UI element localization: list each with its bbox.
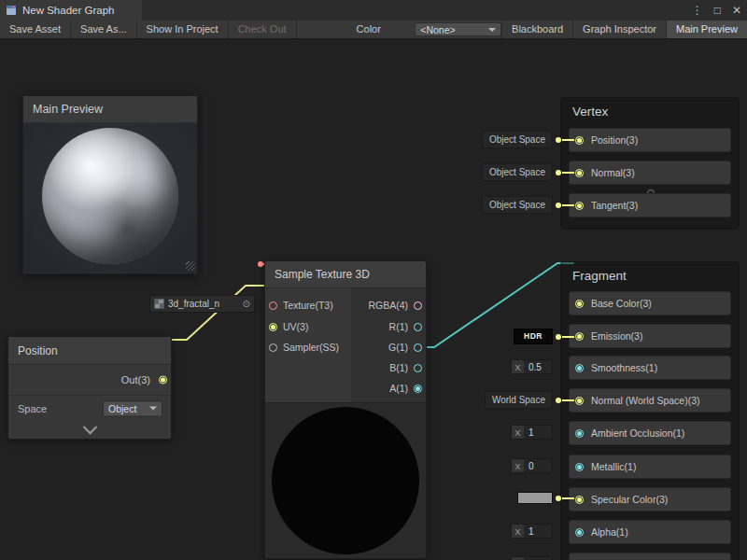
port-g-output[interactable] <box>414 343 422 352</box>
wire-position-out-to-uv[interactable] <box>162 286 272 340</box>
port-position-out[interactable] <box>159 376 167 385</box>
metallic-label: Metallic(1) <box>591 461 636 472</box>
normal-space-dropdown[interactable]: World Space <box>485 391 553 409</box>
vertex-context-title: Vertex <box>572 105 608 119</box>
fragment-block-ambient-occlusion[interactable]: Ambient Occlusion(1) <box>569 421 731 445</box>
smoothness-x-field[interactable]: X 0.5 <box>511 359 553 374</box>
main-preview-viewport[interactable] <box>23 123 197 273</box>
specular-color-swatch[interactable] <box>517 492 553 504</box>
port-texture-input[interactable] <box>269 301 277 310</box>
fragment-block-emission[interactable]: Emission(3) <box>569 324 731 348</box>
color-mode-dropdown[interactable]: <None> <box>415 22 501 36</box>
port-emission[interactable] <box>575 332 584 341</box>
space-value: Object <box>108 403 146 414</box>
rgba-output-label: RGBA(4) <box>368 300 408 311</box>
color-mode-label: Color Mode <box>349 21 416 38</box>
port-metallic[interactable] <box>575 463 584 471</box>
ambient-occlusion-x-field[interactable]: X 1 <box>511 425 553 440</box>
port-vertex-position[interactable] <box>575 136 584 145</box>
x-component-label: X <box>512 426 524 439</box>
alpha-label: Alpha(1) <box>591 526 628 538</box>
tab-new-shader-graph[interactable]: New Shader Graph <box>0 0 142 21</box>
r-output-label: R(1) <box>389 321 408 332</box>
emission-hdr-color-field[interactable]: HDR <box>514 329 553 344</box>
fragment-block-specular-color[interactable]: Specular Color(3) <box>569 487 731 511</box>
port-sampler-input[interactable] <box>269 343 277 352</box>
graph-inspector-toggle-button[interactable]: Graph Inspector <box>572 21 666 38</box>
port-uv-input[interactable] <box>269 323 277 331</box>
metallic-x-field[interactable]: X 0 <box>511 458 553 473</box>
position-out-label: Out(3) <box>121 374 150 385</box>
preview-sphere <box>42 128 178 264</box>
metallic-value[interactable]: 0 <box>524 459 552 472</box>
emission-label: Emission(3) <box>591 330 642 342</box>
port-specular-color[interactable] <box>575 496 584 504</box>
fragment-block-smoothness[interactable]: Smoothness(1) <box>569 356 731 380</box>
port-vertex-normal[interactable] <box>575 169 584 177</box>
fragment-block-alpha-clip[interactable]: Alpha Clip Threshold(1) <box>569 553 731 560</box>
port-smoothness[interactable] <box>575 364 584 372</box>
shader-graph-window: New Shader Graph ⋮ □ ✕ Save Asset Save A… <box>0 0 747 560</box>
object-picker-icon[interactable]: ⊙ <box>243 300 250 309</box>
fragment-block-alpha[interactable]: Alpha(1) <box>569 520 731 544</box>
ambient-occlusion-value[interactable]: 1 <box>524 426 552 439</box>
chevron-down-icon <box>82 420 97 435</box>
main-preview-toggle-button[interactable]: Main Preview <box>666 21 747 38</box>
port-ambient-occlusion[interactable] <box>575 429 584 438</box>
graph-canvas[interactable]: Main Preview Position Out(3) Space Objec… <box>0 39 747 560</box>
x-component-label: X <box>512 360 524 373</box>
vertex-context[interactable]: Vertex Position(3) Normal(3) Tangent(3) <box>560 97 740 230</box>
expand-preview-button[interactable] <box>8 421 171 439</box>
sample-texture-3d-title[interactable]: Sample Texture 3D <box>265 261 426 288</box>
fragment-context-title: Fragment <box>572 269 627 283</box>
specular-color-label: Specular Color(3) <box>591 494 668 505</box>
fragment-context[interactable]: Fragment Base Color(3) Emission(3) Smoot… <box>560 261 740 560</box>
check-out-button[interactable]: Check Out <box>229 21 297 38</box>
resize-grip-icon[interactable] <box>186 261 195 271</box>
vertex-normal-space-dropdown[interactable]: Object Space <box>482 163 553 181</box>
fragment-block-base-color[interactable]: Base Color(3) <box>569 291 731 315</box>
vertex-block-normal[interactable]: Normal(3) <box>569 161 731 185</box>
sample-texture-3d-node[interactable]: Sample Texture 3D Texture(T3) UV(3) Samp… <box>264 260 427 559</box>
port-r-output[interactable] <box>414 323 422 331</box>
alpha-x-field[interactable]: X 1 <box>511 524 553 539</box>
window-menu-icon[interactable]: ⋮ <box>692 4 703 17</box>
space-dropdown[interactable]: Object <box>103 400 162 416</box>
vertex-block-tangent[interactable]: Tangent(3) <box>569 193 731 217</box>
port-b-output[interactable] <box>414 364 422 372</box>
main-preview-title[interactable]: Main Preview <box>23 96 197 123</box>
vertex-tangent-label: Tangent(3) <box>591 200 638 211</box>
fragment-block-normal-ws[interactable]: Normal (World Space)(3) <box>569 388 731 413</box>
show-in-project-button[interactable]: Show In Project <box>137 21 229 38</box>
position-node[interactable]: Position Out(3) Space Object <box>7 336 172 440</box>
g-output-label: G(1) <box>388 342 408 353</box>
vertex-position-space-dropdown[interactable]: Object Space <box>482 131 553 148</box>
vertex-block-position[interactable]: Position(3) <box>569 128 731 152</box>
window-maximize-icon[interactable]: □ <box>714 4 721 17</box>
texture-input-label: Texture(T3) <box>283 300 333 311</box>
base-color-label: Base Color(3) <box>591 298 652 309</box>
port-base-color[interactable] <box>575 300 584 308</box>
fragment-block-metallic[interactable]: Metallic(1) <box>569 455 731 479</box>
position-node-title[interactable]: Position <box>8 337 171 365</box>
smoothness-label: Smoothness(1) <box>591 362 657 373</box>
port-a-output[interactable] <box>414 385 422 393</box>
port-normal-world-space[interactable] <box>575 397 584 405</box>
uv-input-label: UV(3) <box>283 321 308 332</box>
alpha-value[interactable]: 1 <box>524 525 552 538</box>
port-rgba-output[interactable] <box>414 301 422 310</box>
save-asset-button[interactable]: Save Asset <box>0 21 71 38</box>
blackboard-toggle-button[interactable]: Blackboard <box>501 21 572 38</box>
sampler-input-label: Sampler(SS) <box>283 342 339 353</box>
save-as-button[interactable]: Save As... <box>71 21 137 38</box>
main-preview-panel[interactable]: Main Preview <box>22 95 198 274</box>
texture-3d-preview <box>265 402 426 558</box>
texture-field-value: 3d_fractal_n <box>168 299 239 309</box>
alpha-clip-threshold-x-field[interactable]: X 0.5 <box>511 556 553 560</box>
texture-object-field[interactable]: 3d_fractal_n ⊙ <box>149 295 255 313</box>
vertex-tangent-space-dropdown[interactable]: Object Space <box>482 196 553 214</box>
smoothness-value[interactable]: 0.5 <box>524 360 552 373</box>
window-close-icon[interactable]: ✕ <box>732 4 741 17</box>
port-alpha[interactable] <box>575 528 584 537</box>
port-vertex-tangent[interactable] <box>575 202 584 210</box>
